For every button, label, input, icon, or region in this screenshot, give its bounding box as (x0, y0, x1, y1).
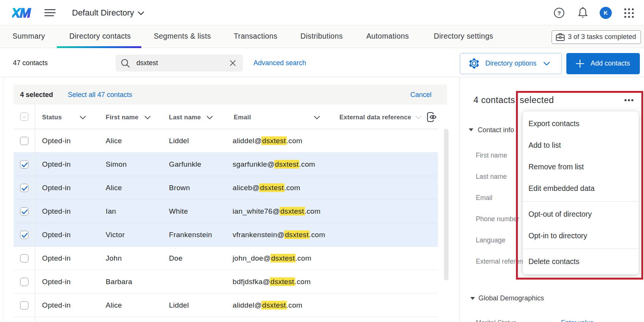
svg-text:?: ? (557, 10, 561, 16)
svg-text:XM: XM (12, 7, 31, 18)
